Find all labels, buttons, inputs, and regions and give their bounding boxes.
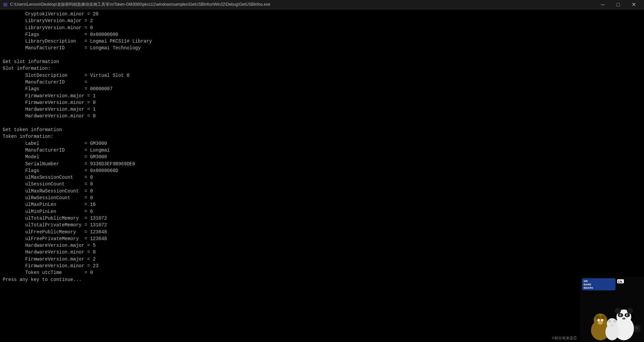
terminal-output: CryptokiVersion.minor = 20 LibraryVersio…: [3, 11, 641, 283]
bears-decoration: WE BARE BEARS CN: [580, 275, 644, 342]
svg-point-25: [627, 315, 628, 316]
svg-point-33: [610, 324, 614, 327]
svg-text:CN: CN: [618, 280, 622, 283]
bears-svg: WE BARE BEARS CN: [580, 277, 644, 342]
svg-point-24: [620, 315, 622, 316]
app-icon: [3, 2, 8, 7]
window-controls: ─ □ ✕: [595, 0, 641, 9]
minimize-button[interactable]: ─: [595, 0, 610, 9]
svg-text:WE: WE: [584, 280, 588, 283]
svg-text:BARE: BARE: [584, 283, 591, 286]
svg-point-28: [627, 308, 633, 314]
svg-point-31: [608, 320, 611, 323]
terminal-window: CryptokiVersion.minor = 20 LibraryVersio…: [0, 9, 644, 342]
svg-text:BEARS: BEARS: [584, 286, 593, 289]
svg-point-30: [607, 318, 618, 329]
svg-point-27: [615, 308, 621, 314]
csdn-text: ©积分有来是②: [552, 336, 577, 340]
svg-point-15: [597, 319, 600, 322]
svg-point-26: [622, 318, 626, 320]
svg-point-16: [601, 319, 603, 322]
close-button[interactable]: ✕: [626, 0, 641, 9]
window-title: C:\Users\Lenovo\Desktop\龙脉密码钥匙驱动实例工具等\mT…: [10, 2, 595, 7]
title-bar: C:\Users\Lenovo\Desktop\龙脉密码钥匙驱动实例工具等\mT…: [0, 0, 644, 9]
svg-point-12: [594, 314, 607, 327]
csdn-watermark: ©积分有来是②: [552, 336, 577, 341]
svg-point-17: [598, 321, 603, 325]
maximize-button[interactable]: □: [610, 0, 626, 9]
svg-point-32: [613, 320, 616, 323]
